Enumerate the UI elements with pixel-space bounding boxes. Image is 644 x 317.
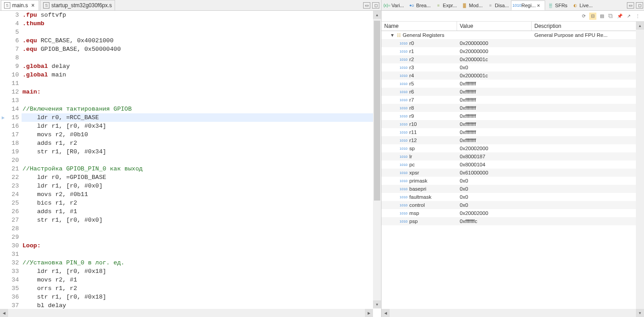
register-row[interactable]: 1010r100xffffffff [382, 120, 644, 128]
view-tab[interactable]: ≡Disa... [485, 1, 511, 10]
code-line[interactable]: orrs r1, r2 [22, 284, 381, 293]
view-tab[interactable]: 1010Regi...× [511, 0, 545, 10]
code-line[interactable] [22, 250, 381, 259]
minimize-button[interactable]: ▭ [627, 2, 634, 9]
code-line[interactable]: str r1, [r0, #0x0] [22, 216, 381, 224]
code-line[interactable]: str r1, [r0, #0x18] [22, 293, 381, 301]
view-tab[interactable]: ≡Expr... [433, 1, 459, 10]
vertical-scrollbar[interactable]: ▲ ▼ [636, 22, 644, 317]
view-tab[interactable]: ▓Mod... [459, 1, 485, 10]
column-value[interactable]: Value [457, 22, 532, 31]
scroll-left-icon[interactable]: ◀ [0, 309, 8, 317]
scroll-left-icon[interactable]: ◀ [382, 309, 390, 317]
code-line[interactable]: Loop: [22, 241, 381, 250]
tab-main-s[interactable]: S main.s × [1, 0, 39, 10]
code-line[interactable]: .equ RCC_BASE, 0x40021000 [22, 36, 381, 45]
code-line[interactable]: movs r2, #1 [22, 276, 381, 284]
register-row[interactable]: 1010faultmask0x0 [382, 193, 644, 201]
code-line[interactable]: .equ GPIOB_BASE, 0x50000400 [22, 45, 381, 54]
scroll-up-icon[interactable]: ▲ [373, 11, 381, 19]
code-line[interactable]: main: [22, 88, 381, 96]
view-tab[interactable]: (x)=Vari... [382, 1, 406, 10]
code-line[interactable] [22, 28, 381, 36]
register-row[interactable]: 1010control0x0 [382, 201, 644, 209]
view-tab[interactable]: ◐Live... [570, 1, 595, 10]
code-line[interactable]: //Включения тактирования GPIOB [22, 105, 381, 113]
view-tab[interactable]: ▒SFRs [545, 1, 570, 10]
code-line[interactable]: ldr r1, [r0, #0x34] [22, 122, 381, 130]
register-row[interactable]: 1010r20x2000001c [382, 55, 644, 63]
maximize-button[interactable]: ◻ [636, 2, 643, 9]
code-line[interactable]: str r1, [R0, #0x34] [22, 147, 381, 156]
filter-icon[interactable]: ▤ [598, 13, 605, 20]
code-line[interactable] [22, 54, 381, 62]
code-line[interactable]: movs r2, #0b10 [22, 130, 381, 139]
register-value: 0xffffffff [457, 129, 532, 135]
close-icon[interactable]: × [30, 2, 36, 9]
register-group[interactable]: ▾ ☷ General Registers General Purpose an… [382, 31, 644, 39]
pin-icon[interactable]: 📌 [616, 13, 623, 20]
register-row[interactable]: 1010xpsr0x61000000 [382, 169, 644, 177]
code-line[interactable]: bics r1, r2 [22, 199, 381, 207]
register-row[interactable]: 1010r110xffffffff [382, 128, 644, 136]
register-row[interactable]: 1010r90xffffffff [382, 112, 644, 120]
register-row[interactable]: 1010pc0x8000104 [382, 161, 644, 169]
view-tab[interactable]: ●oBrea... [406, 1, 433, 10]
register-icon: 1010 [400, 171, 408, 175]
vertical-scrollbar[interactable]: ▲ ▼ [373, 11, 381, 308]
close-icon[interactable]: × [537, 3, 542, 8]
code-line[interactable]: adds r1, r2 [22, 139, 381, 147]
register-row[interactable]: 1010primask0x0 [382, 177, 644, 185]
code-line[interactable] [22, 156, 381, 165]
code-line[interactable]: ldr r0, =GPIOB_BASE [22, 173, 381, 182]
register-row[interactable]: 1010lr0x8000187 [382, 152, 644, 161]
register-row[interactable]: 1010r50xffffffff [382, 80, 644, 88]
register-row[interactable]: 1010r60xffffffff [382, 88, 644, 96]
column-name[interactable]: Name [382, 22, 457, 31]
code-line[interactable]: //Настройка GPIOB_PIN_0 как выход [22, 165, 381, 173]
collapse-icon[interactable]: ⊟ [589, 13, 596, 20]
tab-startup-s[interactable]: S startup_stm32g030f6px.s [40, 0, 115, 10]
code-line[interactable]: .thumb [22, 19, 381, 28]
code-line[interactable] [22, 96, 381, 105]
code-line[interactable]: .global delay [22, 62, 381, 71]
refresh-icon[interactable]: ⟳ [580, 13, 587, 20]
export-icon[interactable]: ↗ [625, 13, 632, 20]
code-line[interactable]: .global main [22, 71, 381, 79]
code-line[interactable]: ldr r1, [r0, #0x0] [22, 182, 381, 190]
register-row[interactable]: 1010r80xffffffff [382, 104, 644, 112]
register-row[interactable]: 1010r30x0 [382, 63, 644, 71]
code-editor[interactable]: ▶ 34567891011121314151617181920212223242… [0, 11, 381, 317]
horizontal-scrollbar[interactable]: ◀ ▶ [382, 309, 644, 317]
scroll-down-icon[interactable]: ▼ [373, 300, 381, 308]
minimize-button[interactable]: ▭ [363, 2, 370, 9]
expander-icon[interactable]: ▾ [390, 32, 395, 38]
column-description[interactable]: Description [532, 22, 644, 31]
code-line[interactable]: .fpu softvfp [22, 11, 381, 19]
menu-icon[interactable]: ⋮ [634, 13, 641, 20]
scroll-down-icon[interactable]: ▼ [636, 309, 644, 317]
register-row[interactable]: 1010r10x20000000 [382, 47, 644, 55]
register-row[interactable]: 1010basepri0x0 [382, 185, 644, 193]
code-line[interactable]: ldr r1, [r0, #0x18] [22, 267, 381, 276]
scroll-right-icon[interactable]: ▶ [365, 309, 373, 317]
maximize-button[interactable]: ◻ [372, 2, 379, 9]
code-line[interactable]: ldr r0, =RCC_BASE [22, 113, 381, 122]
code-line[interactable] [22, 233, 381, 241]
register-row[interactable]: 1010r40x2000001c [382, 71, 644, 80]
code-line[interactable]: adds r1, #1 [22, 207, 381, 216]
register-row[interactable]: 1010msp0x20002000 [382, 209, 644, 217]
copy-icon[interactable]: ⿻ [607, 13, 614, 20]
code-line[interactable]: movs r2, #0b11 [22, 190, 381, 199]
horizontal-scrollbar[interactable]: ◀ ▶ [0, 309, 373, 317]
scroll-up-icon[interactable]: ▲ [636, 22, 644, 30]
code-line[interactable] [22, 79, 381, 88]
register-row[interactable]: 1010r00x20000000 [382, 39, 644, 47]
code-line[interactable] [22, 224, 381, 233]
code-line[interactable]: //Установка PIN_0 в лог. ед. [22, 259, 381, 267]
register-row[interactable]: 1010psp0xfffffffc [382, 217, 644, 225]
register-row[interactable]: 1010sp0x20002000 [382, 144, 644, 152]
register-row[interactable]: 1010r70xffffffff [382, 96, 644, 104]
register-value: 0xfffffffc [457, 219, 532, 224]
register-row[interactable]: 1010r120xffffffff [382, 136, 644, 144]
